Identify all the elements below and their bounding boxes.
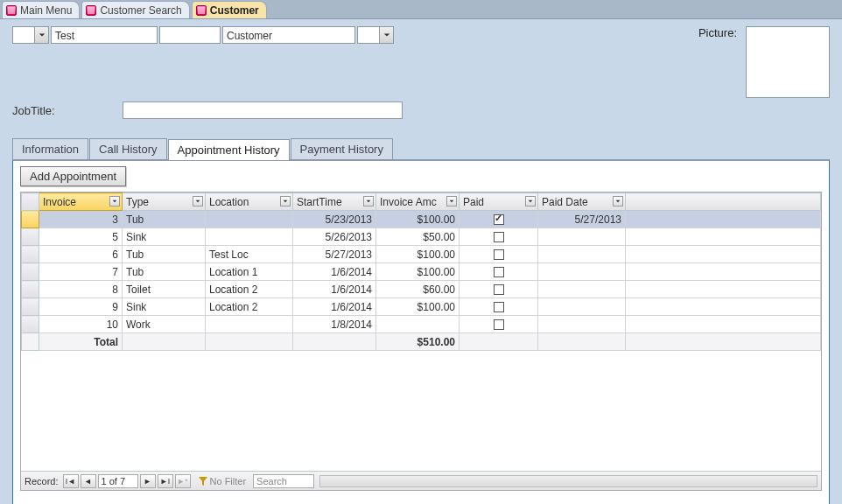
col-header[interactable]: Location [206,193,293,211]
row-selector[interactable] [22,228,39,246]
tab-customer[interactable]: Customer [192,1,267,18]
cell-invoice[interactable]: 7 [39,263,123,281]
cell-starttime[interactable]: 1/6/2014 [293,298,376,316]
cell-amount[interactable]: $100.00 [376,211,460,228]
cell-starttime[interactable]: 5/27/2013 [293,246,376,263]
cell-type[interactable]: Toilet [123,281,206,298]
cell-amount[interactable]: $60.00 [376,281,460,298]
tab-appointment-history[interactable]: Appointment History [168,139,290,160]
cell-type[interactable]: Tub [123,263,206,281]
cell-paiddate[interactable] [538,298,626,316]
cell-paiddate[interactable]: 5/27/2013 [538,211,626,228]
paid-checkbox[interactable] [494,319,504,330]
row-selector[interactable] [22,298,39,316]
cell-location[interactable]: Location 2 [206,281,293,298]
cell-amount[interactable]: $100.00 [376,298,460,316]
column-filter-icon[interactable] [109,196,120,206]
column-filter-icon[interactable] [525,196,536,206]
cell-amount[interactable] [376,316,460,333]
col-header[interactable]: Invoice Amc [376,193,460,211]
last-name-field[interactable]: Customer [222,26,355,44]
search-box[interactable]: Search [253,474,314,488]
cell-location[interactable]: Test Loc [206,246,293,263]
table-row[interactable]: 3Tub5/23/2013$100.005/27/2013 [22,211,821,228]
cell-paid[interactable] [460,316,538,333]
col-header[interactable]: Type [123,193,206,211]
cell-invoice[interactable]: 8 [39,281,123,298]
paid-checkbox[interactable] [494,249,504,260]
cell-paid[interactable] [460,211,538,228]
table-row[interactable]: 6TubTest Loc5/27/2013$100.00 [22,246,821,263]
cell-paiddate[interactable] [538,263,626,281]
table-row[interactable]: 9SinkLocation 21/6/2014$100.00 [22,298,821,316]
tab-main-menu[interactable]: Main Menu [2,1,80,18]
row-selector[interactable] [22,281,39,298]
tab-call-history[interactable]: Call History [89,138,166,159]
filter-indicator[interactable]: No Filter [199,476,247,486]
paid-checkbox[interactable] [494,232,504,242]
select-all-header[interactable] [22,193,39,211]
cell-location[interactable]: Location 2 [206,298,293,316]
record-position[interactable]: 1 of 7 [98,474,138,488]
first-name-field[interactable]: Test [51,26,158,44]
cell-location[interactable]: Location 1 [206,263,293,281]
cell-paid[interactable] [460,246,538,263]
cell-invoice[interactable]: 6 [39,246,123,263]
col-header[interactable]: Paid Date [538,193,626,211]
nav-next-button[interactable]: ► [140,474,156,488]
column-filter-icon[interactable] [193,196,203,206]
cell-paiddate[interactable] [538,316,626,333]
table-row[interactable]: 5Sink5/26/2013$50.00 [22,228,821,246]
tab-payment-history[interactable]: Payment History [291,138,393,159]
cell-type[interactable]: Tub [123,246,206,263]
cell-paid[interactable] [460,298,538,316]
cell-amount[interactable]: $100.00 [376,263,460,281]
col-header[interactable]: StartTime [293,193,376,211]
tab-information[interactable]: Information [12,138,88,159]
cell-type[interactable]: Sink [123,228,206,246]
cell-paid[interactable] [460,281,538,298]
column-filter-icon[interactable] [363,196,374,206]
cell-starttime[interactable]: 1/6/2014 [293,281,376,298]
nav-new-button[interactable]: ►* [175,474,191,488]
paid-checkbox[interactable] [494,302,504,312]
picture-box[interactable] [746,26,830,98]
column-filter-icon[interactable] [613,196,623,206]
cell-type[interactable]: Tub [123,211,206,228]
cell-starttime[interactable]: 1/6/2014 [293,263,376,281]
nav-prev-button[interactable]: ◄ [81,474,96,488]
cell-paid[interactable] [460,228,538,246]
table-row[interactable]: 8ToiletLocation 21/6/2014$60.00 [22,281,821,298]
cell-paiddate[interactable] [538,281,626,298]
row-selector[interactable] [22,316,39,333]
cell-amount[interactable]: $100.00 [376,246,460,263]
cell-type[interactable]: Sink [123,298,206,316]
paid-checkbox[interactable] [494,284,504,295]
title-combo[interactable] [12,26,49,44]
cell-invoice[interactable]: 10 [39,316,123,333]
row-selector[interactable] [22,246,39,263]
column-filter-icon[interactable] [280,196,291,206]
cell-location[interactable] [206,228,293,246]
cell-location[interactable] [206,316,293,333]
cell-paid[interactable] [460,263,538,281]
middle-name-field[interactable] [159,26,221,44]
col-header[interactable]: Paid [460,193,538,211]
cell-paiddate[interactable] [538,228,626,246]
cell-invoice[interactable]: 5 [39,228,123,246]
table-row[interactable]: 7TubLocation 11/6/2014$100.00 [22,263,821,281]
row-selector[interactable] [22,211,39,228]
column-filter-icon[interactable] [446,196,457,206]
nav-last-button[interactable]: ►I [158,474,173,488]
horizontal-scrollbar[interactable] [319,475,817,487]
cell-amount[interactable]: $50.00 [376,228,460,246]
jobtitle-field[interactable] [123,102,403,119]
add-appointment-button[interactable]: Add Appointment [20,166,126,186]
cell-paiddate[interactable] [538,246,626,263]
cell-starttime[interactable]: 5/26/2013 [293,228,376,246]
col-header[interactable]: Invoice [39,193,123,211]
cell-starttime[interactable]: 1/8/2014 [293,316,376,333]
cell-location[interactable] [206,211,293,228]
paid-checkbox[interactable] [494,267,504,277]
cell-invoice[interactable]: 9 [39,298,123,316]
